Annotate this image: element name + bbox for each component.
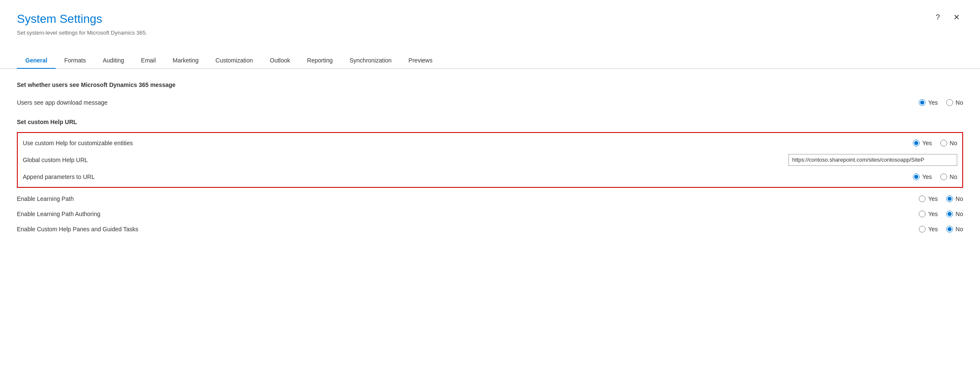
tab-auditing[interactable]: Auditing — [94, 53, 133, 69]
tab-email[interactable]: Email — [133, 53, 164, 69]
setting-row-append-params: Append parameters to URL Yes No — [23, 169, 957, 184]
enable-learning-path-no-option[interactable]: No — [946, 195, 963, 202]
echp-no-radio[interactable] — [946, 226, 953, 233]
append-params-yes-option[interactable]: Yes — [913, 173, 932, 180]
elp-no-label: No — [956, 195, 963, 202]
elpa-yes-option[interactable]: Yes — [919, 211, 938, 217]
echp-yes-option[interactable]: Yes — [919, 226, 938, 233]
elp-yes-label: Yes — [928, 195, 938, 202]
custom-help-entities-no-option[interactable]: No — [940, 140, 957, 146]
dialog-container: System Settings Set system-level setting… — [0, 0, 980, 387]
section1-title: Set whether users see Microsoft Dynamics… — [17, 81, 963, 88]
app-download-yes-radio[interactable] — [919, 99, 926, 106]
custom-help-entities-radio-group: Yes No — [873, 140, 957, 146]
append-params-no-option[interactable]: No — [940, 173, 957, 180]
tab-synchronization[interactable]: Synchronization — [341, 53, 400, 69]
elpa-yes-label: Yes — [928, 211, 938, 217]
echp-no-label: No — [956, 226, 963, 233]
setting-row-app-download: Users see app download message Yes No — [17, 95, 963, 110]
append-params-yes-radio[interactable] — [913, 173, 920, 180]
custom-help-entities-yes-option[interactable]: Yes — [913, 140, 932, 146]
app-download-radio-group: Yes No — [879, 99, 963, 106]
custom-help-yes-label: Yes — [922, 140, 932, 146]
app-download-no-label: No — [956, 99, 963, 106]
setting-row-global-help-url: Global custom Help URL — [23, 151, 957, 169]
enable-custom-help-panes-label: Enable Custom Help Panes and Guided Task… — [17, 226, 879, 233]
enable-learning-path-label: Enable Learning Path — [17, 195, 879, 202]
close-button[interactable]: ✕ — [950, 12, 963, 23]
tabs-bar: General Formats Auditing Email Marketing… — [0, 53, 980, 69]
dialog-header: System Settings Set system-level setting… — [0, 0, 980, 44]
setting-row-enable-learning-path: Enable Learning Path Yes No — [17, 191, 963, 206]
elpa-no-option[interactable]: No — [946, 211, 963, 217]
setting-row-custom-help-entities: Use custom Help for customizable entitie… — [23, 135, 957, 151]
enable-learning-path-authoring-label: Enable Learning Path Authoring — [17, 211, 879, 217]
setting-row-enable-learning-path-authoring: Enable Learning Path Authoring Yes No — [17, 206, 963, 222]
tab-customization[interactable]: Customization — [207, 53, 262, 69]
enable-learning-path-yes-radio[interactable] — [919, 195, 926, 202]
echp-yes-radio[interactable] — [919, 226, 926, 233]
custom-help-entities-yes-radio[interactable] — [913, 140, 920, 146]
elpa-no-label: No — [956, 211, 963, 217]
tab-previews[interactable]: Previews — [400, 53, 441, 69]
tab-marketing[interactable]: Marketing — [164, 53, 207, 69]
append-params-yes-label: Yes — [922, 173, 932, 180]
app-download-yes-option[interactable]: Yes — [919, 99, 938, 106]
tab-outlook[interactable]: Outlook — [261, 53, 298, 69]
global-help-url-input-wrapper — [780, 154, 957, 166]
app-download-no-option[interactable]: No — [946, 99, 963, 106]
dialog-controls: ? ✕ — [932, 12, 963, 23]
echp-yes-label: Yes — [928, 226, 938, 233]
elpa-yes-radio[interactable] — [919, 211, 926, 217]
dialog-subtitle: Set system-level settings for Microsoft … — [17, 30, 963, 36]
custom-help-entities-label: Use custom Help for customizable entitie… — [23, 140, 873, 146]
enable-custom-help-panes-radio-group: Yes No — [879, 226, 963, 233]
custom-help-entities-no-radio[interactable] — [940, 140, 947, 146]
custom-help-url-section: Use custom Help for customizable entitie… — [17, 132, 963, 188]
append-params-no-radio[interactable] — [940, 173, 947, 180]
append-params-label: Append parameters to URL — [23, 173, 873, 180]
global-help-url-input[interactable] — [788, 154, 957, 166]
custom-help-no-label: No — [950, 140, 957, 146]
tab-formats[interactable]: Formats — [56, 53, 94, 69]
setting-row-enable-custom-help-panes: Enable Custom Help Panes and Guided Task… — [17, 222, 963, 237]
echp-no-option[interactable]: No — [946, 226, 963, 233]
dialog-title: System Settings — [17, 12, 963, 26]
global-help-url-label: Global custom Help URL — [23, 157, 780, 163]
app-download-label: Users see app download message — [17, 99, 879, 106]
enable-learning-path-no-radio[interactable] — [946, 195, 953, 202]
tab-general[interactable]: General — [17, 53, 56, 69]
elpa-no-radio[interactable] — [946, 211, 953, 217]
app-download-no-radio[interactable] — [946, 99, 953, 106]
enable-learning-path-radio-group: Yes No — [879, 195, 963, 202]
enable-learning-path-yes-option[interactable]: Yes — [919, 195, 938, 202]
help-button[interactable]: ? — [932, 12, 943, 23]
append-params-no-label: No — [950, 173, 957, 180]
append-params-radio-group: Yes No — [873, 173, 957, 180]
tab-reporting[interactable]: Reporting — [299, 53, 341, 69]
enable-learning-path-authoring-radio-group: Yes No — [879, 211, 963, 217]
section2-title: Set custom Help URL — [17, 119, 963, 125]
content-area: Set whether users see Microsoft Dynamics… — [0, 69, 980, 249]
app-download-yes-label: Yes — [928, 99, 938, 106]
